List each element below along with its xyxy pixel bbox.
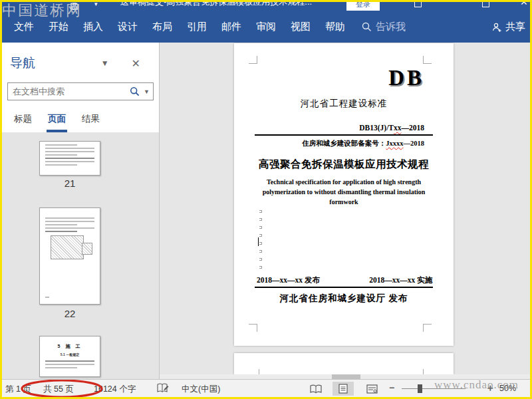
save-icon[interactable] (70, 3, 78, 10)
document-page-2[interactable] (234, 353, 454, 374)
margin-crop-mark (423, 369, 424, 374)
proofing-icon[interactable] (156, 383, 170, 394)
paragraph-mark-icon (259, 234, 262, 237)
status-bar: 第 1 页 共 55 页 16124 个字 中文(中国) − ＋ 50% (2, 379, 530, 397)
navigation-options-icon[interactable]: ▼ (101, 59, 132, 68)
spellcheck-underline: Jxxxx (386, 140, 403, 147)
paragraph-mark-icon (259, 210, 262, 213)
word-window: ▾ 送审稿提交-高强聚合免拆保温模板应用技术规程... 登录 ✕ 文件 开始 插… (0, 0, 532, 399)
navigation-search-box[interactable]: ▼ (7, 82, 154, 100)
zoom-in-button[interactable]: ＋ (485, 382, 495, 394)
document-area[interactable]: DB 河北省工程建设标准 DB13(J)/Txx—2018 住房和城乡建设部备案… (160, 43, 530, 379)
tab-layout[interactable]: 布局 (145, 21, 180, 33)
tab-insert[interactable]: 插入 (76, 21, 110, 33)
search-dropdown-icon[interactable]: ▼ (144, 88, 150, 95)
ribbon-tab-bar: 文件 开始 插入 设计 布局 引用 邮件 审阅 视图 帮助 告诉我 共享 (2, 11, 530, 43)
tab-view[interactable]: 视图 (283, 21, 318, 33)
standard-org-line: 河北省工程建设标准 (234, 98, 454, 110)
margin-crop-mark (259, 369, 259, 374)
tab-home[interactable]: 开始 (41, 21, 76, 33)
page-thumbnail-list: 21 22 5 施 工 5.1 一般规定 (2, 132, 159, 379)
tab-help[interactable]: 帮助 (318, 21, 352, 33)
tab-file[interactable]: 文件 (7, 21, 41, 33)
tell-me-search[interactable]: 告诉我 (362, 21, 406, 33)
total-pages[interactable]: 共 55 页 (43, 384, 74, 395)
navigation-close-icon[interactable]: ✕ (132, 57, 151, 70)
web-layout-button[interactable] (361, 382, 382, 396)
thumbnail-page-21[interactable] (39, 141, 100, 176)
divider-line (255, 287, 433, 288)
paragraph-mark-icon (259, 218, 262, 221)
publisher-line: 河北省住房和城乡建设厅 发布 (234, 293, 454, 305)
share-button[interactable]: 共享 (491, 21, 525, 33)
thumbnail-page-22[interactable] (39, 207, 100, 305)
page-indicator[interactable]: 第 1 页 (5, 384, 31, 395)
tab-mailings[interactable]: 邮件 (214, 21, 249, 33)
nav-tab-headings[interactable]: 标题 (6, 112, 40, 132)
paragraph-mark-icon (259, 226, 262, 229)
paragraph-mark-icon (259, 250, 262, 253)
nav-tab-results[interactable]: 结果 (74, 112, 108, 132)
person-plus-icon (491, 22, 502, 32)
issue-date: 2018—xx—xx 发布 (257, 275, 320, 285)
text-cursor (258, 237, 259, 246)
zoom-out-button[interactable]: − (389, 382, 394, 393)
maximize-icon[interactable] (482, 2, 489, 7)
margin-crop-mark (249, 56, 257, 64)
divider-line (255, 134, 433, 136)
zoom-slider-thumb[interactable] (418, 384, 422, 393)
horizontal-scrollbar-thumb[interactable] (332, 374, 360, 379)
document-title: 送审稿提交-高强聚合免拆保温模板应用技术规程... (120, 2, 312, 11)
paragraph-marks (259, 210, 262, 274)
spellcheck-underline: xx (394, 124, 402, 132)
quick-access-dropdown-icon[interactable]: ▾ (94, 2, 98, 7)
thumbnail-label: 21 (39, 178, 100, 189)
margin-crop-mark (423, 324, 432, 332)
document-main-title: 高强聚合免拆保温模板应用技术规程 (234, 158, 454, 172)
margin-crop-mark (423, 56, 432, 64)
login-button[interactable]: 登录 (346, 2, 380, 11)
navigation-pane-title: 导航 (10, 55, 35, 72)
db-logo: DB (388, 66, 424, 90)
title-bar: ▾ 送审稿提交-高强聚合免拆保温模板应用技术规程... 登录 ✕ (2, 2, 530, 11)
language-indicator[interactable]: 中文(中国) (182, 384, 220, 395)
close-window-icon[interactable]: ✕ (520, 2, 528, 7)
document-english-title: Technical specification for application … (247, 177, 440, 207)
print-layout-button[interactable] (332, 382, 354, 396)
tab-review[interactable]: 审阅 (249, 21, 283, 33)
search-input[interactable] (13, 86, 130, 96)
tab-design[interactable]: 设计 (110, 21, 145, 33)
word-count[interactable]: 16124 个字 (94, 384, 136, 395)
implementation-date: 2018—xx—xx 实施 (369, 275, 432, 285)
thumbnail-diagram (51, 235, 84, 259)
document-page-1[interactable]: DB 河北省工程建设标准 DB13(J)/Txx—2018 住房和城乡建设部备案… (234, 43, 454, 346)
navigation-tabs: 标题 页面 结果 (2, 112, 159, 132)
thumbnail-page-23[interactable]: 5 施 工 5.1 一般规定 (39, 336, 100, 377)
search-icon (362, 22, 372, 32)
standard-number: DB13(J)/Txx—2018 (359, 124, 424, 132)
nav-tab-pages[interactable]: 页面 (40, 112, 74, 132)
search-icon[interactable] (130, 86, 140, 96)
record-number: 住房和城乡建设部备案号：Jxxxx—2018 (302, 139, 424, 148)
zoom-level[interactable]: 50% (499, 384, 516, 393)
thumbnail-label: 22 (39, 308, 100, 319)
paragraph-mark-icon (259, 266, 262, 269)
navigation-pane: 导航 ▼ ✕ ▼ 标题 页面 结果 (2, 43, 160, 379)
ribbon-display-options-icon[interactable] (414, 2, 422, 7)
tab-references[interactable]: 引用 (180, 21, 214, 33)
paragraph-mark-icon (259, 242, 262, 245)
read-mode-button[interactable] (305, 382, 327, 396)
horizontal-scrollbar[interactable] (160, 374, 530, 379)
margin-crop-mark (249, 324, 257, 332)
paragraph-mark-icon (259, 258, 262, 261)
zoom-slider-track[interactable] (402, 388, 466, 389)
